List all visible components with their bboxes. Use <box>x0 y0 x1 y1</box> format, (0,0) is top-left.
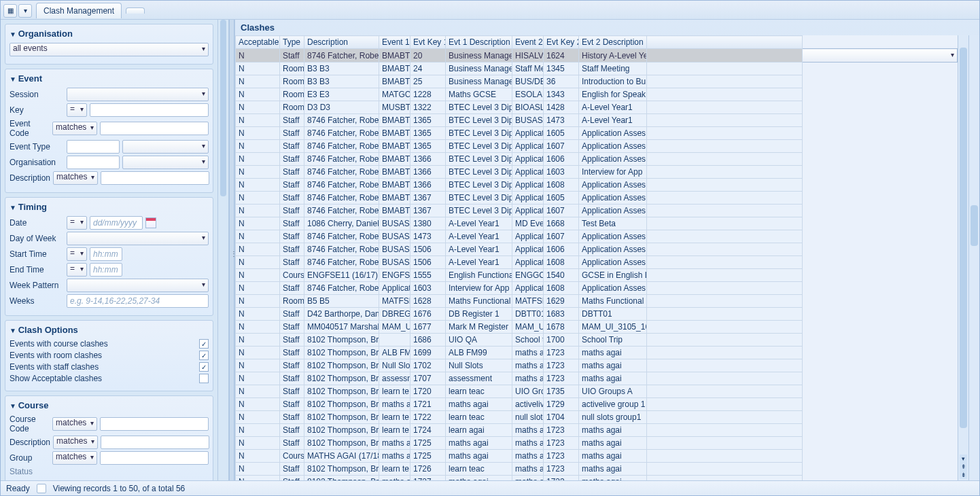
table-row[interactable]: NStaff8102 Thompson, Brilearn te1722lear… <box>236 411 958 424</box>
start-time-input[interactable] <box>90 247 122 261</box>
table-scrollbar[interactable]: ▾⇞⇟ <box>958 35 968 480</box>
acceptable-clashes-checkbox[interactable] <box>199 374 209 383</box>
table-row[interactable]: NStaff8102 Thompson, Brimaths a1725maths… <box>236 437 958 450</box>
course-code-label: Course Code <box>10 414 50 433</box>
col-evt1-desc[interactable]: Evt 1 Description <box>446 36 512 49</box>
room-clashes-checkbox[interactable]: ✓ <box>199 351 209 360</box>
table-row[interactable]: NRoomB3 B3BMABTC24Business ManageStaff M… <box>236 63 958 75</box>
cell: Staff <box>280 411 304 424</box>
table-row[interactable]: NRoomE3 E3MATGCS1228Maths GCSEESOLAD1343… <box>236 88 958 101</box>
right-scrollbar[interactable] <box>968 35 979 480</box>
event-code-op-select[interactable]: matches <box>52 122 97 135</box>
table-row[interactable]: NStaff8102 Thompson, Bri1686UIO QASchool… <box>236 334 958 347</box>
week-pattern-label: Week Pattern <box>10 281 64 290</box>
table-row[interactable]: NStaff8102 Thompson, Brilearn te1724lear… <box>236 424 958 437</box>
date-op-select[interactable]: = <box>67 216 87 230</box>
cell: maths agai <box>446 437 512 450</box>
table-row[interactable]: NStaff8746 Fatcher, RoberBUSASL1506A-Lev… <box>236 256 958 269</box>
col-evt-key2[interactable]: Evt Key 2 <box>544 36 579 49</box>
table-row[interactable]: NStaff8102 Thompson, Brimaths a1727maths… <box>236 476 958 481</box>
tab-empty[interactable] <box>126 7 145 14</box>
cell: Staff <box>280 243 304 256</box>
start-op-select[interactable]: = <box>67 247 87 261</box>
event-desc-op-select[interactable]: matches <box>53 171 98 185</box>
table-row[interactable]: NStaff8746 Fatcher, RoberBUSASL1506A-Lev… <box>236 243 958 256</box>
table-row[interactable]: NStaff8746 Fatcher, RoberBMABTC1365BTEC … <box>236 140 958 153</box>
table-row[interactable]: NRoomB5 B5MATFSE1628Maths FunctionalMATF… <box>236 295 958 308</box>
table-row[interactable]: NStaff8102 Thompson, Briassessm1707asses… <box>236 372 958 385</box>
table-row[interactable]: NStaffD42 Barthorpe, DanDBREG11676DB Reg… <box>236 308 958 321</box>
table-row[interactable]: NStaff8746 Fatcher, RoberBUSASL1473A-Lev… <box>236 230 958 243</box>
cell: 1506 <box>410 256 446 269</box>
cell: BUSASL <box>379 256 410 269</box>
dropdown-icon[interactable]: ▾ <box>18 4 32 18</box>
cell: N <box>236 140 280 153</box>
table-row[interactable]: NStaff8746 Fatcher, RoberBMABTC1366BTEC … <box>236 153 958 166</box>
table-row[interactable]: NRoomD3 D3MUSBTC1322BTEC Level 3 DiplBIO… <box>236 101 958 114</box>
key-input[interactable] <box>90 103 209 117</box>
table-row[interactable]: NStaff8746 Fatcher, RoberBMABTC1365BTEC … <box>236 127 958 140</box>
calendar-icon[interactable] <box>145 217 156 228</box>
table-row[interactable]: NStaff8102 Thompson, Brimaths a1721maths… <box>236 398 958 411</box>
end-op-select[interactable]: = <box>67 263 87 277</box>
table-row[interactable]: NStaff8746 Fatcher, RoberBMABTC1366BTEC … <box>236 179 958 192</box>
date-input[interactable] <box>90 216 143 230</box>
table-row[interactable]: NStaff8102 Thompson, BriNull Slo1702Null… <box>236 359 958 372</box>
event-desc-input[interactable] <box>101 171 209 185</box>
table-row[interactable]: NStaff8102 Thompson, Brilearn te1720lear… <box>236 385 958 398</box>
course-desc-op-select[interactable]: matches <box>53 436 98 449</box>
course-clashes-label: Events with course clashes <box>10 339 196 349</box>
table-row[interactable]: NStaff8102 Thompson, BriALB FM1699ALB FM… <box>236 347 958 359</box>
organisation-select[interactable]: all events <box>10 43 209 56</box>
col-description[interactable]: Description <box>304 36 379 49</box>
table-row[interactable]: NRoomB3 B3BMABTC25Business ManageBUS/DE3… <box>236 75 958 88</box>
table-row[interactable]: NCoursENGFSE11 (16/17) CENGFSE1555Englis… <box>236 269 958 282</box>
table-row[interactable]: NCoursMATHS AGAI (17/18maths a1725maths … <box>236 450 958 463</box>
course-desc-input[interactable] <box>101 436 209 449</box>
cell: E3 E3 <box>304 88 379 101</box>
table-row[interactable]: NStaff8746 Fatcher, RoberBMABTC1365BTEC … <box>236 114 958 127</box>
weeks-input[interactable] <box>67 294 209 308</box>
staff-clashes-checkbox[interactable]: ✓ <box>199 362 209 372</box>
col-evt2-desc[interactable]: Evt 2 Description <box>579 36 647 49</box>
tab-clash-management[interactable]: Clash Management <box>36 3 122 18</box>
panel-course: Course Course Codematches Descriptionmat… <box>5 395 213 480</box>
table-row[interactable]: NStaff8746 Fatcher, RoberBMABTC1367BTEC … <box>236 192 958 205</box>
end-time-input[interactable] <box>90 263 122 277</box>
col-event2[interactable]: Event 2 <box>512 36 544 49</box>
table-row[interactable]: NStaff8746 Fatcher, RoberBMABTC1367BTEC … <box>236 205 958 217</box>
table-row[interactable]: NStaffMM040517 MarshalMAM_U1677Mark M Re… <box>236 321 958 334</box>
course-code-input[interactable] <box>100 417 209 431</box>
course-group-op-select[interactable]: matches <box>52 451 97 465</box>
event-org-select[interactable] <box>122 156 209 169</box>
dow-select[interactable] <box>67 232 209 245</box>
event-code-input[interactable] <box>100 122 209 135</box>
cell: maths agai <box>579 450 647 463</box>
col-event1[interactable]: Event 1 <box>379 36 410 49</box>
table-row[interactable]: NStaff8102 Thompson, Brilearn te1726lear… <box>236 463 958 476</box>
table-row[interactable]: NStaff8746 Fatcher, RoberApplicat1603Int… <box>236 282 958 295</box>
cell: 1366 <box>410 153 446 166</box>
event-type-input[interactable] <box>67 140 120 154</box>
col-acceptable[interactable]: Acceptable <box>236 36 280 49</box>
cell: 1699 <box>410 347 446 359</box>
course-group-input[interactable] <box>100 451 209 465</box>
col-evt-key1[interactable]: Evt Key 1▼ <box>410 36 446 49</box>
key-op-select[interactable]: = <box>67 103 87 117</box>
course-clashes-checkbox[interactable]: ✓ <box>199 339 209 349</box>
sidebar-scrollbar[interactable] <box>218 20 229 480</box>
event-type-select[interactable] <box>122 140 209 154</box>
table-row[interactable]: NStaff1086 Cherry, DanielBUSASL1380A-Lev… <box>236 217 958 230</box>
table-row[interactable]: NStaff8746 Fatcher, RoberBMABTC1366BTEC … <box>236 166 958 179</box>
grid-view-icon[interactable]: ▦ <box>3 4 17 18</box>
cell: maths agai <box>446 398 512 411</box>
table-row[interactable]: NStaff8746 Fatcher, RoberBMABTC20Busines… <box>236 49 958 63</box>
session-select[interactable] <box>67 88 209 101</box>
col-type[interactable]: Type <box>280 36 304 49</box>
week-pattern-select[interactable] <box>67 279 209 292</box>
splitter-handle[interactable] <box>229 20 234 480</box>
course-code-op-select[interactable]: matches <box>52 417 97 431</box>
dow-label: Day of Week <box>10 234 64 243</box>
event-org-input[interactable] <box>67 156 120 169</box>
cell: Application Asses <box>579 179 647 192</box>
